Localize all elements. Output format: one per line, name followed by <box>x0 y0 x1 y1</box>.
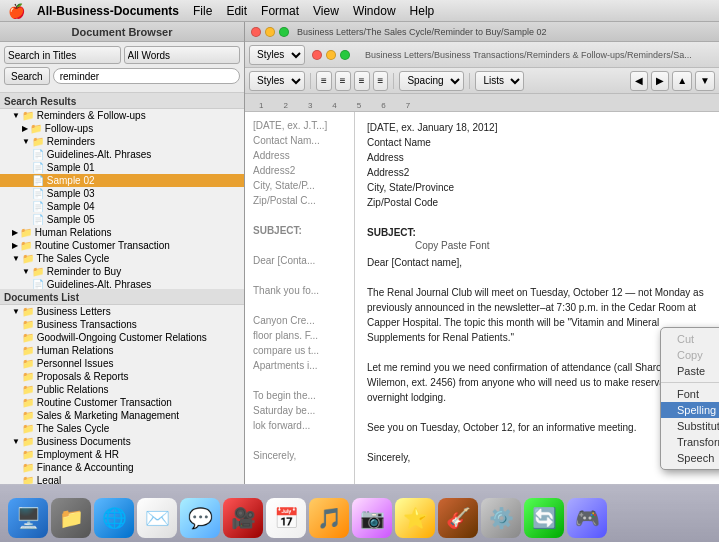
list-item-sample02[interactable]: 📄 Sample 02 <box>0 174 244 187</box>
separator <box>393 73 394 89</box>
search-results-tree: ▼📁 Reminders & Follow-ups ▶📁 Follow-ups … <box>0 109 244 289</box>
dock: 🖥️ 📁 🌐 ✉️ 💬 🎥 📅 🎵 📷 ⭐ 🎸 ⚙️ 🔄 🎮 <box>0 484 719 542</box>
align-center-btn[interactable]: ≡ <box>335 71 351 91</box>
list-item[interactable]: ▼📁 The Sales Cycle <box>0 252 244 265</box>
doc-minimize-button[interactable] <box>326 50 336 60</box>
nav-prev[interactable]: ◀ <box>630 71 648 91</box>
list-item[interactable]: 📄 Sample 03 <box>0 187 244 200</box>
doc-main-editor[interactable]: [DATE, ex. January 18, 2012] Contact Nam… <box>355 112 719 484</box>
spacing-dropdown[interactable]: Spacing <box>399 71 464 91</box>
maximize-button[interactable] <box>279 27 289 37</box>
doc-preview-pane: [DATE, ex. J.T...] Contact Nam... Addres… <box>245 112 355 484</box>
ctx-cut[interactable]: Cut <box>661 331 719 347</box>
separator <box>310 73 311 89</box>
doc-traffic-lights <box>312 50 350 60</box>
list-item[interactable]: 📁 Legal <box>0 474 244 485</box>
align-left-btn[interactable]: ≡ <box>316 71 332 91</box>
dock-icon-settings[interactable]: ⚙️ <box>481 498 521 538</box>
main-area: Document Browser Search in Titles All Wo… <box>0 22 719 484</box>
traffic-lights <box>251 27 289 37</box>
ctx-sep1 <box>661 382 719 383</box>
styles-dropdown[interactable]: Styles <box>249 45 305 65</box>
list-item[interactable]: ▼📁 Reminders & Follow-ups <box>0 109 244 122</box>
ctx-font[interactable]: Font ▶ <box>661 386 719 402</box>
editor-ruler: 1234567 <box>245 94 719 112</box>
list-item[interactable]: ▼📁 Business Letters <box>0 305 244 318</box>
ctx-spelling[interactable]: Spelling and Grammar ▶ <box>661 402 719 418</box>
list-item[interactable]: ▶📁 Routine Customer Transaction <box>0 239 244 252</box>
list-item[interactable]: 📁 Sales & Marketing Management <box>0 409 244 422</box>
search-results-label: Search Results <box>0 93 244 109</box>
list-item[interactable]: ▶📁 Follow-ups <box>0 122 244 135</box>
list-item[interactable]: 📁 Finance & Accounting <box>0 461 244 474</box>
menu-window[interactable]: Window <box>353 4 396 18</box>
dock-icon-update[interactable]: 🔄 <box>524 498 564 538</box>
editor-titlebar: Business Letters/The Sales Cycle/Reminde… <box>245 22 719 42</box>
list-item[interactable]: 📄 Guidelines-Alt. Phrases <box>0 278 244 289</box>
list-item[interactable]: 📁 Human Relations <box>0 344 244 357</box>
editor-content[interactable]: [DATE, ex. J.T...] Contact Nam... Addres… <box>245 112 719 484</box>
list-item[interactable]: 📁 The Sales Cycle <box>0 422 244 435</box>
nav-up[interactable]: ▲ <box>672 71 692 91</box>
list-item[interactable]: 📄 Sample 05 <box>0 213 244 226</box>
doc-body: [DATE, ex. January 18, 2012] Contact Nam… <box>367 120 707 465</box>
menu-file[interactable]: File <box>193 4 212 18</box>
separator <box>469 73 470 89</box>
editor-breadcrumb: Business Letters/The Sales Cycle/Reminde… <box>297 27 547 37</box>
dock-icon-mail[interactable]: ✉️ <box>137 498 177 538</box>
list-item[interactable]: ▼📁 Business Documents <box>0 435 244 448</box>
apple-menu[interactable]: 🍎 <box>8 3 25 19</box>
ctx-paste[interactable]: Paste <box>661 363 719 379</box>
documents-list-label: Documents List <box>0 289 244 305</box>
search-area: Search in Titles All Words Search <box>0 42 244 93</box>
list-item[interactable]: 📁 Routine Customer Transaction <box>0 396 244 409</box>
dock-icon-video[interactable]: 🎥 <box>223 498 263 538</box>
ctx-speech[interactable]: Speech ▶ <box>661 450 719 466</box>
doc-maximize-button[interactable] <box>340 50 350 60</box>
lists-dropdown[interactable]: Lists <box>475 71 524 91</box>
list-item[interactable]: 📄 Sample 01 <box>0 161 244 174</box>
dock-icon-browser[interactable]: 🌐 <box>94 498 134 538</box>
dock-icon-chat[interactable]: 💬 <box>180 498 220 538</box>
list-item[interactable]: ▼📁 Reminder to Buy <box>0 265 244 278</box>
list-item[interactable]: 📁 Goodwill-Ongoing Customer Relations <box>0 331 244 344</box>
dock-icon-music[interactable]: 🎵 <box>309 498 349 538</box>
menu-help[interactable]: Help <box>410 4 435 18</box>
list-item[interactable]: 📁 Public Relations <box>0 383 244 396</box>
close-button[interactable] <box>251 27 261 37</box>
align-right-btn[interactable]: ≡ <box>354 71 370 91</box>
dock-icon-calendar[interactable]: 📅 <box>266 498 306 538</box>
list-item[interactable]: 📁 Proposals & Reports <box>0 370 244 383</box>
list-item[interactable]: 📁 Employment & HR <box>0 448 244 461</box>
menu-format[interactable]: Format <box>261 4 299 18</box>
nav-next[interactable]: ▶ <box>651 71 669 91</box>
list-item[interactable]: 📁 Personnel Issues <box>0 357 244 370</box>
list-item[interactable]: 📁 Business Transactions <box>0 318 244 331</box>
dock-icon-guitar[interactable]: 🎸 <box>438 498 478 538</box>
doc-close-button[interactable] <box>312 50 322 60</box>
justify-btn[interactable]: ≡ <box>373 71 389 91</box>
ctx-substitutions[interactable]: Substitutions ▶ <box>661 418 719 434</box>
menu-view[interactable]: View <box>313 4 339 18</box>
list-item[interactable]: 📄 Guidelines-Alt. Phrases <box>0 148 244 161</box>
search-button[interactable]: Search <box>4 67 50 85</box>
menu-edit[interactable]: Edit <box>226 4 247 18</box>
dock-icon-star[interactable]: ⭐ <box>395 498 435 538</box>
dock-icon-photos[interactable]: 📷 <box>352 498 392 538</box>
search-input[interactable] <box>53 68 240 84</box>
list-item[interactable]: ▼📁 Reminders <box>0 135 244 148</box>
list-item[interactable]: ▶📁 Human Relations <box>0 226 244 239</box>
list-item[interactable]: 📄 Sample 04 <box>0 200 244 213</box>
dock-icon-finder[interactable]: 🖥️ <box>8 498 48 538</box>
minimize-button[interactable] <box>265 27 275 37</box>
documents-list-tree: ▼📁 Business Letters 📁 Business Transacti… <box>0 305 244 485</box>
doc-breadcrumb: Business Letters/Business Transactions/R… <box>361 50 715 60</box>
nav-down[interactable]: ▼ <box>695 71 715 91</box>
search-scope-dropdown[interactable]: Search in Titles <box>4 46 121 64</box>
ctx-copy[interactable]: Copy <box>661 347 719 363</box>
dock-icon-misc[interactable]: 🎮 <box>567 498 607 538</box>
styles-dropdown-2[interactable]: Styles <box>249 71 305 91</box>
search-words-dropdown[interactable]: All Words <box>124 46 241 64</box>
dock-icon-files[interactable]: 📁 <box>51 498 91 538</box>
ctx-transformations[interactable]: Transformations ▶ <box>661 434 719 450</box>
